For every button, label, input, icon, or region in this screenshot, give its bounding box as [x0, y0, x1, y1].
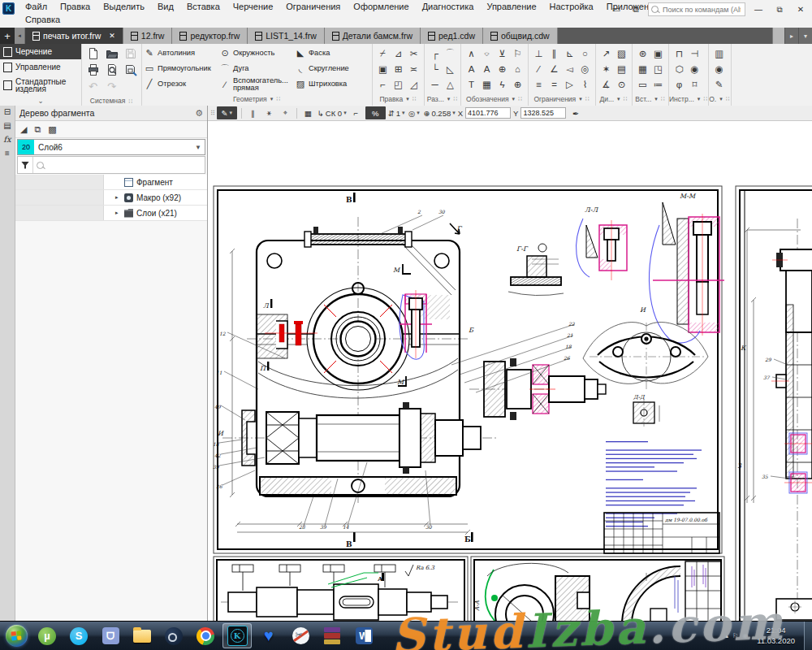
ortho-toggle[interactable]: ⌐ [349, 106, 363, 119]
tool-icon[interactable]: ◳ [651, 62, 666, 76]
taskbar-chrome[interactable] [191, 623, 220, 648]
tool-icon[interactable]: ⊞ [391, 62, 406, 76]
scale-select[interactable]: ⇵ 1 ▾ [388, 106, 405, 119]
tool-icon[interactable]: ◉ [688, 62, 702, 76]
menu-item-Вид[interactable]: Вид [152, 1, 179, 12]
tool-icon[interactable]: ⌑ [688, 77, 702, 92]
tool-icon[interactable]: ▤ [615, 62, 629, 76]
coordinate-system-select[interactable]: ↳ СК 0 ▾ [317, 106, 347, 119]
taskbar-explorer[interactable] [127, 623, 157, 648]
tool-icon[interactable]: ▣ [376, 62, 391, 76]
workspace-tab-Управление[interactable]: Управление [0, 59, 81, 75]
tool-icon[interactable]: ⌔ [480, 46, 495, 61]
drag-grip[interactable]: ⠿ [210, 110, 214, 117]
taskbar-discord[interactable]: ᗜ [96, 623, 125, 648]
snap-parallel-icon[interactable]: ∥ [246, 106, 260, 119]
tool-icon[interactable]: ↗ [599, 46, 614, 61]
undo-icon[interactable]: ↶ [89, 81, 97, 92]
taskbar-steam[interactable] [159, 623, 188, 648]
print-icon[interactable] [87, 63, 100, 76]
tree-search-input[interactable] [33, 162, 205, 169]
tool-icon[interactable]: ▦ [480, 77, 495, 92]
tool-Вспомогатель... прямая[interactable]: ∕Вспомогатель... прямая [219, 76, 295, 92]
tool-icon[interactable]: A [464, 62, 479, 76]
tool-icon[interactable]: ◉ [712, 62, 727, 76]
tool-icon[interactable]: ⌿ [376, 46, 391, 61]
save-as-icon[interactable] [124, 63, 137, 76]
tool-icon[interactable]: ⚐ [511, 46, 525, 61]
tool-Прямоугольник[interactable]: ▭Прямоугольник [144, 61, 219, 76]
layer-wedge-icon[interactable]: ◢ [20, 124, 27, 135]
parameters-rail-icon[interactable]: ▤ [3, 121, 11, 130]
tab-scroll-left[interactable]: ◂ [15, 28, 25, 44]
menu-item-Диагностика[interactable]: Диагностика [417, 1, 480, 12]
tool-Автолиния[interactable]: ✎Автолиния [144, 46, 219, 61]
tool-icon[interactable]: ⊕ [511, 77, 525, 92]
tool-icon[interactable]: ⊓ [672, 46, 687, 61]
gear-icon[interactable]: ⚙ [195, 108, 203, 119]
tool-icon[interactable]: ≡ [532, 77, 546, 92]
pen-icon[interactable]: ✒ [568, 106, 582, 119]
snap-view-icon[interactable]: ⌖ [279, 106, 292, 119]
tool-icon[interactable]: △ [443, 77, 458, 92]
taskbar-skype[interactable]: S [64, 623, 93, 648]
close-button[interactable]: ✕ [793, 5, 809, 14]
style-pencil-button[interactable]: ✎ ▾ [217, 106, 237, 119]
print-preview-icon[interactable] [106, 63, 119, 76]
tool-icon[interactable]: ∕ [532, 62, 546, 76]
tool-icon[interactable]: ⌒ [443, 46, 458, 61]
tool-icon[interactable]: ⊙ [615, 77, 629, 92]
menu-item-Правка[interactable]: Правка [54, 1, 96, 12]
tool-icon[interactable]: = [547, 77, 562, 92]
raster-icon[interactable]: ▩ [48, 124, 56, 135]
expand-arrow-icon[interactable]: ▸ [115, 210, 121, 216]
tool-icon[interactable]: ◅ [563, 62, 577, 76]
tree-node-Макро (x92)[interactable]: ▸Макро (x92) [15, 190, 207, 206]
grid-toggle[interactable]: ▦ [301, 106, 315, 119]
tool-icon[interactable]: └ [428, 62, 443, 76]
menu-rail-icon[interactable]: ≡ [5, 149, 10, 158]
menu-item-Выделить[interactable]: Выделить [97, 1, 150, 12]
layer-group-icon[interactable]: ⧉ [34, 124, 41, 135]
menu-item-Управление[interactable]: Управление [481, 1, 542, 12]
tool-icon[interactable]: ▭ [636, 77, 650, 92]
save-icon[interactable] [124, 47, 137, 60]
tab-Детали бамсм.frw[interactable]: Детали бамсм.frw [325, 28, 421, 44]
tool-icon[interactable]: ▷ [563, 77, 577, 92]
tab-LIST1_14.frw[interactable]: LIST1_14.frw [248, 28, 324, 44]
tool-icon[interactable]: ⊻ [495, 46, 510, 61]
menu-item-Черчение[interactable]: Черчение [227, 1, 279, 12]
taskbar-kompas[interactable]: K [222, 623, 252, 648]
tab-редуктор.frw[interactable]: редуктор.frw [172, 28, 248, 44]
open-document-icon[interactable] [106, 47, 119, 60]
taskbar-clock[interactable]: 21:04 11.03.2020 [752, 626, 800, 646]
workspace-tab-Черчение[interactable]: Черчение [0, 44, 81, 59]
tool-icon[interactable]: ⬡ [672, 62, 687, 76]
tool-icon[interactable]: ✂ [407, 46, 421, 61]
tool-Скругление[interactable]: ◟Скругление [295, 61, 370, 76]
filter-icon[interactable] [18, 157, 33, 173]
taskbar-badoo[interactable]: ♥ [254, 623, 283, 648]
tool-icon[interactable]: ⊥ [532, 46, 546, 61]
tray-arrow-icon[interactable]: ▴ [725, 632, 728, 639]
tool-icon[interactable]: ◎ [578, 62, 593, 76]
tab-общвид.cdw[interactable]: общвид.cdw [483, 28, 558, 44]
partial-tab[interactable] [772, 28, 784, 44]
tool-icon[interactable]: ≍ [407, 62, 421, 76]
tool-icon[interactable]: ∧ [464, 46, 479, 61]
tool-icon[interactable]: ✶ [599, 62, 614, 76]
tool-icon[interactable]: ⊛ [636, 46, 650, 61]
tool-icon[interactable]: ∡ [599, 77, 614, 92]
show-desktop-button[interactable] [804, 622, 812, 650]
taskbar-snipping[interactable] [286, 623, 315, 648]
tree-node-Фрагмент[interactable]: Фрагмент [15, 175, 207, 190]
taskbar-word[interactable]: W [349, 623, 378, 648]
tool-icon[interactable]: ⊾ [563, 46, 577, 61]
search-input[interactable] [661, 5, 742, 15]
tool-icon[interactable]: ∠ [547, 62, 562, 76]
zoom-value-select[interactable]: ⊕ 0.258 ▾ [423, 106, 455, 119]
new-tab-button[interactable]: + [0, 28, 15, 44]
start-button[interactable] [2, 624, 30, 648]
tool-icon[interactable]: ⌇ [578, 77, 593, 92]
menu-item-Ограничения[interactable]: Ограничения [280, 1, 346, 12]
